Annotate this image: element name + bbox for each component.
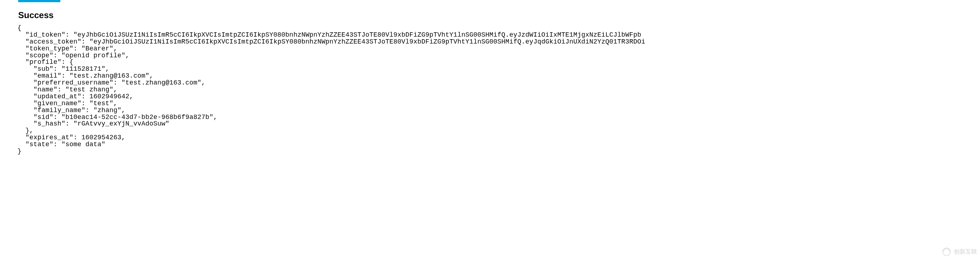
accent-bar xyxy=(18,0,60,2)
expires-at-value: 1602954263 xyxy=(81,134,121,141)
sid-value: b10eac14-52cc-43d7-bb2e-968b6f9a827b xyxy=(65,114,209,121)
watermark-text: 创新互联 xyxy=(954,248,977,256)
access-token-value: eyJhbGciOiJSUzI1NiIsImR5cCI6IkpXVCIsImtp… xyxy=(94,38,645,45)
json-output: { "id_token": "eyJhbGciOiJSUzI1NiIsImR5c… xyxy=(18,25,645,155)
preferred-username-value: test.zhang@163.com xyxy=(126,79,197,86)
family-name-value: zhang xyxy=(97,107,118,114)
given-name-value: test xyxy=(94,100,110,107)
watermark: 创新互联 xyxy=(942,247,977,257)
watermark-logo-icon xyxy=(942,247,951,257)
s-hash-value: rGAtvvy_exYjN_vvAdoSuw xyxy=(78,120,165,127)
updated-at-value: 1602949642 xyxy=(89,93,129,100)
page-title: Success xyxy=(18,10,53,20)
email-value: test.zhang@163.com xyxy=(73,72,145,79)
scope-value: openid profile xyxy=(65,52,121,59)
sub-value: 111528171 xyxy=(65,65,102,73)
token-type-value: Bearer xyxy=(86,45,110,52)
name-value: test zhang xyxy=(69,86,110,93)
svg-point-0 xyxy=(943,248,951,256)
id-token-value: eyJhbGciOiJSUzI1NiIsImR5cCI6IkpXVCIsImtp… xyxy=(78,31,641,38)
state-value: some data xyxy=(65,141,102,148)
